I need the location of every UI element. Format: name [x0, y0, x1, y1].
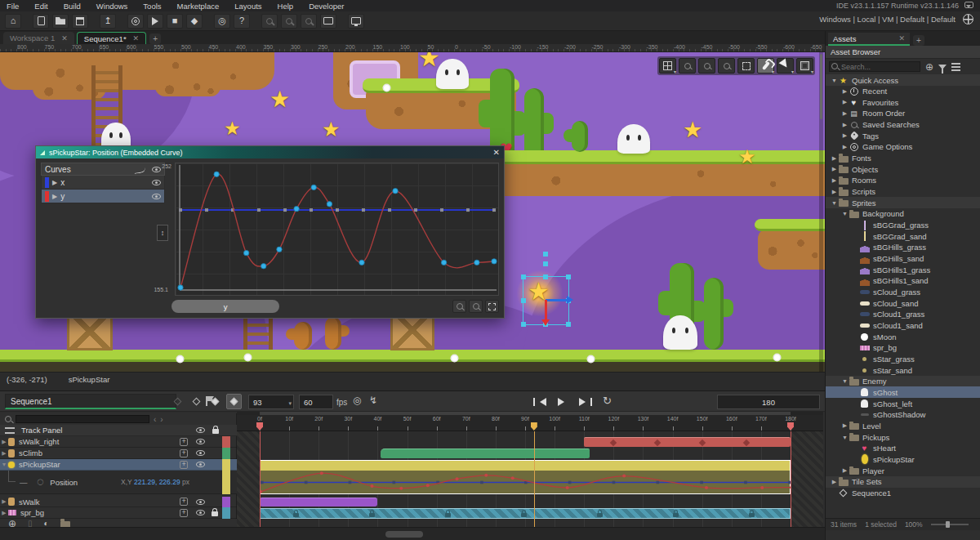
go-to-start-button[interactable] [531, 395, 549, 408]
curve-window-titlebar[interactable]: sPickupStar: Position (Embedded Curve) ✕ [36, 146, 504, 158]
menu-tools[interactable]: Tools [143, 2, 161, 11]
eye-icon[interactable] [196, 427, 205, 433]
asset-tree-item-sprites[interactable]: ▼Sprites [826, 197, 980, 208]
snap-icon[interactable]: ◎ [353, 395, 361, 405]
prev-keyframe-button[interactable] [170, 394, 185, 409]
asset-tree-item-scloud1-sand[interactable]: sCloud1_sand [826, 320, 980, 332]
next-result-icon[interactable]: › [160, 415, 163, 424]
canvas-zoom-in-button[interactable] [718, 58, 735, 74]
asset-tree-item-level[interactable]: ▶Level [826, 420, 980, 431]
menu-help[interactable]: Help [278, 2, 294, 11]
scrollbar-handle[interactable] [385, 531, 423, 538]
eye-icon[interactable] [196, 462, 205, 467]
target-platform-button[interactable] [348, 14, 364, 29]
chevron-right-icon[interactable]: ▶ [52, 193, 57, 200]
resize-handle[interactable] [566, 274, 571, 279]
chevron-right-icon[interactable]: ▶ [841, 122, 849, 128]
asset-tree-item-sequence1[interactable]: Sequence1 [826, 487, 980, 498]
rotate-handle[interactable] [543, 252, 548, 257]
asset-search-input[interactable] [829, 61, 920, 72]
star-sprite[interactable]: ★ [738, 147, 756, 167]
target-manager-icon[interactable] [963, 14, 973, 25]
asset-tree-item-sheart[interactable]: ♥sHeart [826, 443, 980, 454]
collapse-icon[interactable]: — [20, 478, 28, 487]
chevron-right-icon[interactable]: ▶ [841, 467, 849, 474]
chevron-right-icon[interactable]: ▼ [0, 462, 8, 467]
resize-handle[interactable] [543, 274, 548, 279]
asset-tree-item-fonts[interactable]: ▶Fonts [826, 153, 980, 164]
chevron-right-icon[interactable]: ▶ [831, 177, 838, 184]
asset-tree-item-player[interactable]: ▶Player [826, 465, 980, 476]
chevron-right-icon[interactable]: ▶ [841, 88, 849, 95]
asset-tree-item-enemy[interactable]: ▼Enemy [826, 376, 980, 387]
asset-tree-item-spickupstar[interactable]: sPickupStar [826, 453, 980, 465]
fps-field[interactable]: 60 [299, 395, 333, 409]
current-frame-field[interactable]: 93 ▾ [248, 395, 294, 409]
star-sprite[interactable]: ★ [322, 119, 340, 140]
prev-result-icon[interactable]: ‹ [154, 415, 156, 424]
resize-handle[interactable] [566, 322, 571, 327]
play-button[interactable] [554, 395, 572, 408]
canvas-vertical-scrollbar[interactable] [819, 52, 823, 372]
new-project-button[interactable] [33, 14, 49, 29]
ghost-sprite[interactable] [436, 59, 469, 89]
menu-windows[interactable]: Windows [96, 2, 128, 11]
chevron-down-icon[interactable]: ▼ [831, 200, 838, 206]
zoom-in-button[interactable] [469, 300, 483, 313]
rotate-handle[interactable] [543, 261, 548, 266]
asset-tree-item-quick-access[interactable]: ▼★Quick Access [826, 74, 980, 86]
asset-tree-item-pickups[interactable]: ▼Pickups [826, 431, 980, 443]
chevron-down-icon[interactable]: ▼ [841, 378, 849, 384]
eye-icon[interactable] [196, 499, 205, 505]
chevron-right-icon[interactable]: ▶ [0, 450, 8, 457]
playhead-marker[interactable] [531, 422, 537, 431]
chevron-right-icon[interactable]: ▶ [841, 422, 849, 429]
ghost-sprite[interactable] [663, 315, 697, 350]
add-key-icon[interactable] [180, 509, 188, 517]
gizmo-y-axis[interactable] [545, 300, 547, 321]
horizontal-scrollbar[interactable] [0, 527, 825, 540]
curve-graph[interactable] [175, 163, 499, 296]
tab-workspace1[interactable]: Workspace 1 ✕ [3, 32, 74, 44]
canvas-zoom-reset-button[interactable] [698, 58, 715, 74]
position-curve-region[interactable] [260, 471, 791, 494]
keyframe-diamond[interactable] [698, 440, 705, 446]
close-icon[interactable]: ✕ [61, 34, 68, 42]
add-key-icon[interactable] [180, 438, 188, 446]
zoom-out-button[interactable] [261, 14, 278, 29]
loop-icon[interactable]: ↻ [603, 395, 612, 406]
asset-tree-item-sghostshadow[interactable]: sGhostShadow [826, 409, 980, 421]
canvas-pointer-button[interactable] [777, 58, 794, 74]
track-row-Position[interactable]: —◯PositionX,Y 221.29, 226.29 px [0, 471, 237, 494]
zoom-in-button[interactable] [301, 14, 317, 29]
add-key-icon[interactable] [180, 498, 188, 506]
asset-tree-item-recent[interactable]: ▶Recent [826, 86, 980, 97]
chevron-down-icon[interactable]: ▼ [841, 211, 849, 216]
eye-icon[interactable] [196, 439, 205, 444]
menu-marketplace[interactable]: Marketplace [177, 2, 220, 11]
curve-row-x[interactable]: ▶ x [41, 176, 165, 190]
asset-tree-item-smoon[interactable]: sMoon [826, 331, 980, 342]
menu-icon[interactable] [951, 63, 960, 71]
sand-cactus[interactable] [325, 317, 341, 350]
sequence-length-field[interactable]: 180 [717, 395, 820, 409]
asset-tree-item-saved-searches[interactable]: ▶Saved Searches [826, 119, 980, 131]
keyframe-diamond[interactable] [610, 440, 617, 446]
track-panel-header[interactable]: Track Panel [0, 425, 237, 436]
run-button[interactable] [147, 14, 163, 29]
clip-sWalk_right[interactable] [584, 437, 791, 447]
chevron-right-icon[interactable]: ▶ [841, 144, 849, 150]
chevron-right-icon[interactable]: ▶ [52, 179, 57, 186]
menu-layouts[interactable]: Layouts [234, 2, 261, 11]
clip-sPickupStar[interactable] [260, 460, 791, 471]
chevron-down-icon[interactable]: ▼ [831, 78, 838, 83]
asset-tree-item-scloud1-grass[interactable]: sCloud1_grass [826, 309, 980, 320]
chevron-right-icon[interactable]: ▶ [831, 479, 838, 485]
asset-tree-item-objects[interactable]: ▶Objects [826, 163, 980, 175]
chevron-right-icon[interactable]: ▶ [0, 498, 8, 505]
eye-icon[interactable] [152, 194, 161, 199]
embedded-curve-window[interactable]: sPickupStar: Position (Embedded Curve) ✕… [35, 145, 505, 319]
chevron-right-icon[interactable]: ▶ [841, 110, 849, 117]
menu-developer[interactable]: Developer [309, 2, 344, 11]
preferences-button[interactable] [127, 14, 144, 29]
